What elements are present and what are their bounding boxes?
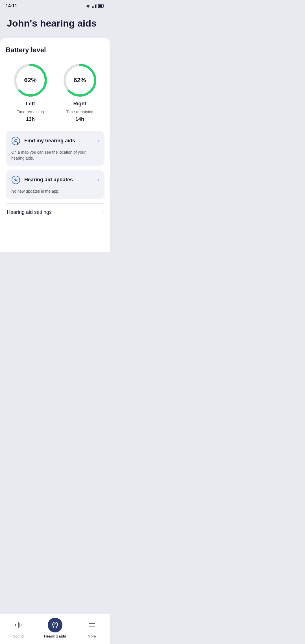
left-gauge: 62% Left Time remaining 13h (12, 62, 49, 122)
find-card-header: Find my hearing aids › (11, 136, 99, 146)
status-time: 14:11 (6, 3, 17, 8)
find-card-description: On a map you can see the location of you… (11, 149, 99, 161)
svg-rect-5 (104, 5, 104, 7)
download-icon (11, 175, 21, 185)
signal-icon (92, 4, 97, 8)
page-title: John's hearing aids (7, 18, 103, 29)
svg-rect-0 (92, 6, 93, 8)
hearing-aid-updates-card[interactable]: Hearing aid updates › No new updates in … (6, 170, 104, 199)
right-battery-percent: 62% (73, 77, 86, 84)
battery-gauges: 62% Left Time remaining 13h 62% Right Ti… (6, 62, 104, 122)
find-hearing-aids-card[interactable]: Find my hearing aids › On a map you can … (6, 131, 104, 166)
wifi-icon (85, 4, 91, 8)
left-battery-percent: 62% (24, 77, 36, 84)
left-side-label: Left (26, 101, 35, 107)
left-time-value: 13h (26, 116, 35, 122)
svg-rect-3 (96, 4, 97, 8)
svg-rect-6 (99, 5, 102, 7)
svg-point-12 (15, 139, 17, 142)
left-time-label: Time remaining (17, 110, 44, 114)
svg-rect-2 (95, 5, 96, 8)
right-time-value: 14h (75, 116, 84, 122)
find-card-title: Find my hearing aids (24, 138, 75, 144)
location-icon (11, 136, 21, 146)
updates-card-left: Hearing aid updates (11, 175, 73, 185)
left-gauge-circle: 62% (12, 62, 49, 99)
right-gauge-circle: 62% (62, 62, 98, 99)
updates-card-description: No new updates in the app. (11, 188, 99, 194)
settings-row-label: Hearing aid settings (7, 209, 52, 215)
find-card-chevron: › (98, 138, 99, 144)
right-time-label: Time remaining (66, 110, 93, 114)
right-side-label: Right (73, 101, 86, 107)
battery-icon (98, 4, 104, 8)
status-bar: 14:11 (0, 0, 110, 11)
updates-card-title: Hearing aid updates (24, 177, 73, 183)
status-icons (85, 4, 104, 8)
settings-row-chevron: › (102, 209, 103, 215)
updates-card-chevron: › (98, 177, 99, 183)
main-card: Battery level 62% Left Time remaining 13… (0, 38, 110, 252)
svg-rect-1 (93, 6, 94, 8)
battery-section-title: Battery level (6, 46, 104, 54)
hearing-aid-settings-row[interactable]: Hearing aid settings › (6, 203, 104, 221)
find-card-left: Find my hearing aids (11, 136, 75, 146)
right-gauge: 62% Right Time remaining 14h (62, 62, 98, 122)
updates-card-header: Hearing aid updates › (11, 175, 99, 185)
page-title-section: John's hearing aids (0, 11, 110, 38)
